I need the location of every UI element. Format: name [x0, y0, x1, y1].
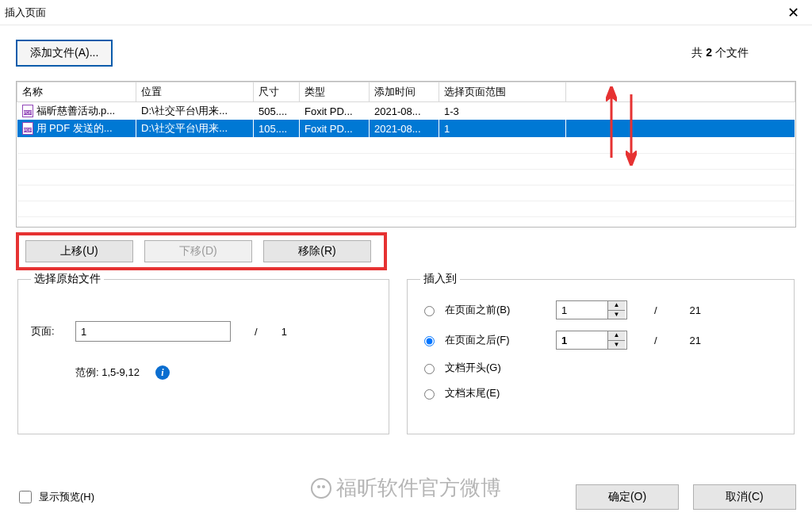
titlebar: 插入页面 ✕: [0, 0, 812, 25]
add-file-button[interactable]: 添加文件(A)...: [16, 40, 113, 67]
spinner-down-icon[interactable]: ▼: [608, 341, 625, 350]
before-spinner-input[interactable]: [557, 301, 607, 319]
close-icon[interactable]: ✕: [783, 4, 804, 21]
table-row-empty: [17, 137, 795, 153]
slash: /: [654, 335, 657, 346]
doc-end-label[interactable]: 文档末尾(E): [445, 386, 548, 400]
after-total: 21: [680, 335, 711, 346]
footer: 显示预览(H) 确定(O) 取消(C): [16, 484, 796, 510]
cell-size: 505....: [254, 102, 300, 120]
col-name[interactable]: 名称: [17, 82, 136, 102]
remove-button[interactable]: 移除(R): [263, 240, 371, 262]
page-total: 1: [282, 326, 287, 338]
preview-check-wrap: 显示预览(H): [16, 488, 94, 506]
pdf-icon: PDF: [22, 122, 33, 135]
file-table: 名称 位置 尺寸 类型 添加时间 选择页面范围 PDF 福昕慈善活动.p...: [17, 82, 795, 228]
before-label[interactable]: 在页面之前(B): [445, 303, 548, 317]
info-icon[interactable]: i: [155, 365, 170, 380]
lower-panels: 选择原始文件 页面: / 1 范例: 1,5-9,12 i 插入到 在页面之前(…: [16, 272, 796, 434]
after-spinner[interactable]: ▲ ▼: [556, 331, 627, 350]
table-row-empty: [17, 201, 795, 216]
cell-time: 2021-08...: [370, 102, 439, 120]
example-label: 范例: 1,5-9,12: [75, 365, 140, 380]
file-count: 共 2 个文件: [691, 46, 749, 60]
move-down-button[interactable]: 下移(D): [144, 240, 252, 262]
dialog-title: 插入页面: [5, 6, 46, 20]
cell-range: 1-3: [439, 102, 566, 120]
doc-start-label[interactable]: 文档开头(G): [445, 361, 548, 375]
page-label: 页面:: [31, 324, 66, 338]
button-bar: 上移(U) 下移(D) 移除(R): [16, 232, 387, 270]
table-row-empty: [17, 185, 795, 201]
svg-text:PDF: PDF: [24, 128, 32, 132]
svg-text:PDF: PDF: [24, 110, 32, 115]
radio-before-row: 在页面之前(B) ▲ ▼ / 21: [420, 300, 781, 319]
before-spinner[interactable]: ▲ ▼: [556, 300, 627, 319]
before-radio[interactable]: [424, 306, 435, 316]
file-count-value: 2: [706, 46, 712, 59]
spinner-up-icon[interactable]: ▲: [608, 301, 625, 311]
page-input[interactable]: [75, 321, 231, 342]
cell-range: 1: [439, 120, 566, 137]
pdf-icon: PDF: [22, 105, 33, 117]
footer-actions: 确定(O) 取消(C): [576, 484, 796, 510]
cell-location: D:\社交平台\用来...: [136, 120, 254, 137]
doc-start-radio[interactable]: [424, 364, 435, 374]
table-row-empty: [17, 216, 795, 228]
cell-location: D:\社交平台\用来...: [136, 102, 254, 120]
col-type[interactable]: 类型: [300, 82, 370, 102]
page-row: 页面: / 1: [31, 321, 376, 342]
cell-type: Foxit PD...: [300, 120, 370, 137]
top-row: 添加文件(A)... 共 2 个文件: [16, 40, 796, 67]
cell-type: Foxit PD...: [300, 102, 370, 120]
slash: /: [654, 304, 657, 316]
radio-after-row: 在页面之后(F) ▲ ▼ / 21: [420, 331, 781, 350]
cell-name-text: 用 PDF 发送的...: [36, 121, 113, 136]
file-count-prefix: 共: [691, 46, 706, 59]
preview-checkbox[interactable]: [19, 491, 32, 503]
cell-size: 105....: [254, 120, 300, 137]
move-up-button[interactable]: 上移(U): [25, 240, 133, 262]
preview-label[interactable]: 显示预览(H): [39, 490, 94, 504]
cell-name-text: 福昕慈善活动.p...: [36, 104, 116, 118]
table-row[interactable]: PDF 用 PDF 发送的... D:\社交平台\用来... 105.... F…: [17, 120, 795, 137]
file-count-suffix: 个文件: [712, 46, 749, 59]
col-location[interactable]: 位置: [136, 82, 254, 102]
cell-name: PDF 福昕慈善活动.p...: [17, 102, 136, 120]
after-radio[interactable]: [424, 336, 435, 346]
radio-start-row: 文档开头(G): [420, 361, 781, 375]
col-range[interactable]: 选择页面范围: [439, 82, 566, 102]
file-table-wrap: 名称 位置 尺寸 类型 添加时间 选择页面范围 PDF 福昕慈善活动.p...: [16, 81, 796, 228]
radio-end-row: 文档末尾(E): [420, 386, 781, 400]
col-time[interactable]: 添加时间: [370, 82, 439, 102]
col-extra: [566, 82, 795, 102]
insert-fieldset: 插入到 在页面之前(B) ▲ ▼ / 21 在页面之后(F): [407, 272, 795, 434]
content: 添加文件(A)... 共 2 个文件 名称 位置 尺寸 类型 添加时间 选择页面…: [0, 25, 812, 442]
table-row-empty: [17, 169, 795, 185]
after-label[interactable]: 在页面之后(F): [445, 333, 548, 347]
cell-time: 2021-08...: [370, 120, 439, 137]
source-fieldset: 选择原始文件 页面: / 1 范例: 1,5-9,12 i: [17, 272, 389, 434]
after-spinner-input[interactable]: [557, 331, 607, 349]
spinner-down-icon[interactable]: ▼: [608, 311, 625, 319]
col-size[interactable]: 尺寸: [254, 82, 300, 102]
cancel-button[interactable]: 取消(C): [693, 484, 796, 510]
cell-name: PDF 用 PDF 发送的...: [17, 120, 136, 137]
table-row[interactable]: PDF 福昕慈善活动.p... D:\社交平台\用来... 505.... Fo…: [17, 102, 795, 120]
slash: /: [255, 326, 258, 338]
ok-button[interactable]: 确定(O): [576, 484, 679, 510]
source-legend: 选择原始文件: [31, 272, 104, 286]
spinner-up-icon[interactable]: ▲: [608, 331, 625, 341]
doc-end-radio[interactable]: [424, 389, 435, 400]
table-row-empty: [17, 153, 795, 169]
example-row: 范例: 1,5-9,12 i: [75, 365, 376, 380]
before-total: 21: [680, 304, 711, 316]
table-header-row: 名称 位置 尺寸 类型 添加时间 选择页面范围: [17, 82, 795, 102]
insert-legend: 插入到: [420, 272, 460, 286]
